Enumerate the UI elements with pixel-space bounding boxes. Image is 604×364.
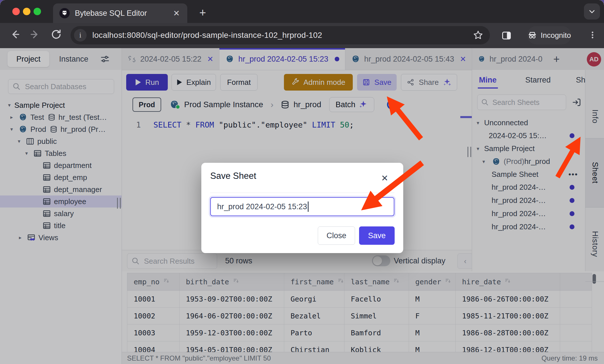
tree-caret-icon[interactable]: ▾	[10, 126, 17, 132]
editor-tab-3[interactable]: hr_prod 2024-02-05 15:43 ✕	[345, 48, 472, 70]
table-cell[interactable]: Bezalel	[284, 308, 344, 324]
bookmark-star-icon[interactable]	[473, 30, 484, 41]
filter-sliders-icon[interactable]	[100, 54, 110, 64]
editor-tab-4[interactable]: hr_prod 2024-0	[472, 48, 548, 70]
database-name[interactable]: hr_prod	[294, 100, 322, 109]
sheet-group-unconnected[interactable]: ▾Unconnected	[472, 116, 585, 129]
browser-tab[interactable]: Bytebase SQL Editor ✕	[53, 3, 187, 23]
table-cell[interactable]: 1986-08-28T00:00:00Z	[456, 324, 560, 341]
table-cell[interactable]: Simmel	[344, 308, 409, 324]
new-tab-button[interactable]: +	[199, 6, 206, 19]
table-row[interactable]: 100011953-09-02T00:00:00ZGeorgiFacelloM1…	[127, 291, 592, 308]
vertical-display-toggle[interactable]	[372, 255, 390, 266]
explain-button[interactable]: Explain	[172, 74, 216, 91]
tab-instance[interactable]: Instance	[49, 55, 98, 64]
sheet-item[interactable]: hr_prod 2024-…	[472, 194, 585, 207]
sheet-item[interactable]: hr_prod 2024-…	[472, 181, 585, 194]
tree-caret-icon[interactable]: ▾	[18, 138, 24, 144]
table-cell[interactable]: 1985-11-21T00:00:00Z	[456, 308, 560, 324]
table-cell[interactable]: Facello	[344, 291, 409, 308]
tree-project[interactable]: ▾Sample Project	[0, 99, 122, 111]
avatar[interactable]: AD	[587, 52, 601, 66]
close-tab-icon[interactable]: ✕	[460, 55, 466, 64]
sheet-db-hr-prod[interactable]: ▾(Prod) hr_prod	[472, 155, 585, 168]
tree-caret-icon[interactable]: ▾	[8, 102, 14, 108]
sort-icon[interactable]	[233, 277, 239, 284]
sort-icon[interactable]	[337, 277, 344, 284]
sheet-menu-icon[interactable]: •••	[568, 170, 578, 179]
tree-tables[interactable]: ▾Tables	[0, 147, 122, 159]
sheet-name-input[interactable]: hr_prod 2024-02-05 15:23	[210, 197, 394, 216]
site-info-icon[interactable]: i	[74, 29, 87, 42]
browser-menu-icon[interactable]	[587, 30, 598, 40]
rail-tab-sheet[interactable]: Sheet	[585, 138, 604, 208]
table-cell[interactable]: Georgi	[284, 291, 344, 308]
back-icon[interactable]	[9, 29, 21, 40]
sort-icon[interactable]	[504, 277, 511, 284]
chevron-down-icon[interactable]	[584, 3, 600, 19]
sheet-item[interactable]: hr_prod 2024-…	[472, 207, 585, 220]
table-cell[interactable]: Parto	[284, 324, 344, 341]
format-button[interactable]: Format	[220, 74, 258, 91]
add-tab-button[interactable]: +	[548, 48, 565, 70]
dialog-close-icon[interactable]: ✕	[381, 173, 388, 183]
reload-icon[interactable]	[50, 29, 62, 40]
search-sheets-input[interactable]: Search Sheets	[477, 95, 566, 110]
share-button[interactable]: Share	[401, 74, 457, 91]
sort-icon[interactable]	[393, 277, 400, 284]
table-row[interactable]: 100021964-06-02T00:00:00ZBezalelSimmelF1…	[127, 308, 592, 324]
admin-mode-button[interactable]: Admin mode	[284, 74, 353, 91]
save-button[interactable]: Save	[357, 74, 397, 91]
forward-icon[interactable]	[29, 29, 41, 40]
tree-db-hr-prod[interactable]: ▾Prodhr_prod (Pr…	[0, 123, 122, 135]
table-cell[interactable]: M	[409, 291, 456, 308]
close-tab-icon[interactable]: ✕	[207, 55, 213, 64]
sheet-item[interactable]: 2024-02-05 15:…	[472, 129, 585, 142]
side-panel-icon[interactable]	[501, 30, 512, 41]
rail-tab-info[interactable]: Info	[585, 95, 604, 138]
tree-caret-icon[interactable]: ▾	[477, 120, 484, 126]
tree-table-dept_emp[interactable]: dept_emp	[0, 171, 122, 183]
sort-icon[interactable]	[163, 277, 170, 284]
tab-starred[interactable]: Starred	[525, 76, 551, 85]
tab-close-icon[interactable]: ✕	[173, 9, 180, 18]
column-header-hire_date[interactable]: hire_date	[456, 273, 560, 291]
column-header-last_name[interactable]: last_name	[344, 273, 409, 291]
dialog-close-button[interactable]: Close	[318, 226, 355, 245]
table-cell[interactable]: 1953-09-02T00:00:00Z	[180, 291, 284, 308]
results-scrollbar[interactable]	[593, 274, 596, 349]
search-results-input[interactable]: Search Results	[127, 253, 217, 269]
table-row[interactable]: 100031959-12-03T00:00:00ZPartoBamfordM19…	[127, 324, 592, 341]
table-cell[interactable]: 1986-06-26T00:00:00Z	[456, 291, 560, 308]
tree-table-dept_manager[interactable]: dept_manager	[0, 183, 122, 195]
import-sheet-icon[interactable]	[572, 97, 582, 107]
table-cell[interactable]: 1964-06-02T00:00:00Z	[180, 308, 284, 324]
table-cell[interactable]: 10001	[127, 291, 180, 308]
column-header-birth_date[interactable]: birth_date	[180, 273, 284, 291]
sheet-item-sample-sheet[interactable]: Sample Sheet•••	[472, 168, 585, 181]
sheet-group-sample-project[interactable]: ▾Sample Project	[472, 142, 585, 155]
search-databases-input[interactable]: Search Databases	[8, 79, 114, 94]
tree-db-hr-test[interactable]: ▸Testhr_test (Test…	[0, 111, 122, 123]
panel-resize-handle[interactable]	[467, 147, 471, 157]
tree-caret-icon[interactable]: ▸	[19, 234, 25, 241]
tree-views[interactable]: ▸Views	[0, 232, 122, 244]
tree-caret-icon[interactable]: ▾	[25, 150, 32, 156]
tree-table-salary[interactable]: salary	[0, 208, 122, 220]
column-header-gender[interactable]: gender	[409, 273, 456, 291]
batch-button[interactable]: Batch	[329, 97, 374, 112]
tree-table-department[interactable]: department	[0, 159, 122, 171]
tree-table-title[interactable]: title	[0, 220, 122, 232]
prev-page-button[interactable]: ‹	[457, 253, 473, 269]
editor-tab-2-active[interactable]: hr_prod 2024-02-05 15:23	[219, 48, 345, 70]
column-header-emp_no[interactable]: emp_no	[127, 273, 180, 291]
sort-icon[interactable]	[445, 277, 451, 284]
table-cell[interactable]: M	[409, 324, 456, 341]
minimize-window-button[interactable]	[23, 8, 30, 15]
table-cell[interactable]: 10003	[127, 324, 180, 341]
table-cell[interactable]: F	[409, 308, 456, 324]
instance-name[interactable]: Prod Sample Instance	[184, 100, 263, 109]
tab-mine[interactable]: Mine	[478, 72, 498, 89]
table-cell[interactable]: 1959-12-03T00:00:00Z	[180, 324, 284, 341]
table-cell[interactable]: 10002	[127, 308, 180, 324]
